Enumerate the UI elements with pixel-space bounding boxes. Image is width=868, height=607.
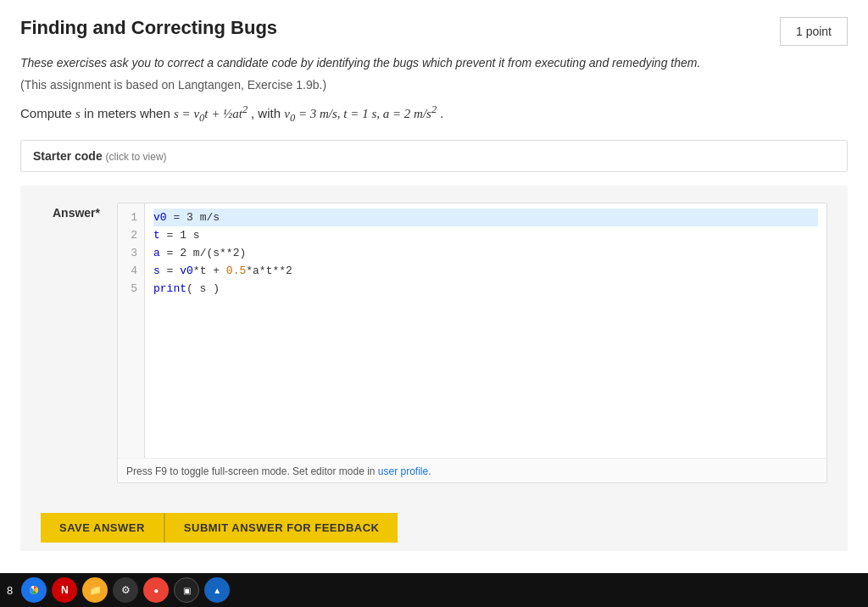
- button-row: SAVE ANSWER SUBMIT ANSWER FOR FEEDBACK: [20, 504, 848, 551]
- answer-inner: Answer* 1 2 3 4 5 v0 = 3 m/s: [41, 203, 827, 483]
- code-const: 0.5: [226, 265, 246, 277]
- code-eq-1: =: [167, 211, 186, 224]
- taskbar-icon-folder[interactable]: 📁: [82, 577, 108, 603]
- code-val-3: 3: [186, 211, 193, 224]
- editor-footer: Press F9 to toggle full-screen mode. Set…: [118, 458, 826, 482]
- code-val-2: 2: [180, 247, 186, 259]
- taskbar-icon-misc3[interactable]: ▣: [174, 577, 199, 603]
- formula-line: Compute s in meters when s = v0t + ½at2 …: [20, 103, 848, 125]
- save-button[interactable]: SAVE ANSWER: [41, 513, 164, 543]
- code-editor[interactable]: 1 2 3 4 5 v0 = 3 m/s t = 1 s a: [118, 203, 826, 458]
- answer-section: Answer* 1 2 3 4 5 v0 = 3 m/s: [20, 186, 848, 551]
- points-badge: 1 point: [780, 17, 848, 46]
- starter-code-label: Starter code: [33, 149, 103, 163]
- line-num-2: 2: [125, 226, 137, 244]
- code-line-4: s = v0*t + 0.5*a*t**2: [153, 262, 818, 280]
- code-v0-ref: v0: [180, 265, 193, 277]
- code-unit-ms: m/s: [193, 211, 220, 224]
- code-var-v0: v0: [153, 211, 167, 224]
- code-var-s: s: [153, 265, 160, 277]
- code-content[interactable]: v0 = 3 m/s t = 1 s a = 2 m/(s**2) s = v0…: [145, 203, 826, 458]
- formula-expression: s = v0t + ½at2: [174, 107, 251, 120]
- code-line-2: t = 1 s: [153, 226, 818, 244]
- title-row: Finding and Correcting Bugs 1 point: [20, 17, 848, 46]
- taskbar-icon-misc4[interactable]: ▲: [204, 577, 230, 603]
- line-num-5: 5: [125, 280, 137, 298]
- taskbar: 8 N 📁 ⚙ ● ▣ ▲: [0, 573, 868, 607]
- code-print-args: ( s ): [186, 282, 220, 295]
- submit-button[interactable]: SUBMIT ANSWER FOR FEEDBACK: [164, 513, 398, 543]
- taskbar-icon-misc1[interactable]: ⚙: [113, 577, 138, 603]
- main-content: Finding and Correcting Bugs 1 point Thes…: [0, 0, 868, 551]
- code-eq-2: =: [160, 229, 180, 242]
- taskbar-icon-netflix[interactable]: N: [52, 577, 77, 603]
- code-var-a: a: [153, 247, 160, 259]
- subtitle: These exercises ask you to correct a can…: [20, 56, 848, 70]
- taskbar-num: 8: [7, 584, 13, 597]
- code-unit-ms2: m/(s**2): [186, 247, 246, 259]
- code-line-1: v0 = 3 m/s: [153, 209, 818, 226]
- assignment-note: (This assignment is based on Langtangen,…: [20, 78, 848, 92]
- code-unit-s: s: [186, 229, 200, 242]
- code-var-t: t: [153, 229, 160, 242]
- taskbar-icon-misc2[interactable]: ●: [143, 577, 169, 603]
- code-eq-4: =: [160, 265, 180, 277]
- starter-code-box[interactable]: Starter code (click to view): [20, 140, 848, 172]
- formula-values: v0 = 3 m/s, t = 1 s, a = 2 m/s2: [284, 107, 440, 120]
- line-num-4: 4: [125, 262, 137, 280]
- starter-code-hint: (click to view): [106, 151, 167, 163]
- line-num-3: 3: [125, 244, 137, 262]
- editor-footer-text: Press F9 to toggle full-screen mode. Set…: [126, 465, 375, 477]
- page-title: Finding and Correcting Bugs: [20, 17, 277, 39]
- code-line-5: print( s ): [153, 280, 818, 298]
- user-profile-link[interactable]: user profile: [378, 465, 428, 477]
- code-val-1: 1: [180, 229, 186, 242]
- page-container: Finding and Correcting Bugs 1 point Thes…: [0, 0, 868, 607]
- code-mult-rest: *a*t**2: [246, 265, 292, 277]
- code-line-3: a = 2 m/(s**2): [153, 244, 818, 262]
- line-num-1: 1: [125, 209, 137, 226]
- line-numbers: 1 2 3 4 5: [118, 203, 145, 458]
- taskbar-icon-chrome[interactable]: [21, 577, 47, 603]
- answer-label: Answer*: [41, 203, 117, 483]
- code-eq-3: =: [160, 247, 180, 259]
- code-print: print: [153, 282, 186, 295]
- code-mult-t: *t +: [193, 265, 226, 277]
- code-editor-wrapper[interactable]: 1 2 3 4 5 v0 = 3 m/s t = 1 s a: [117, 203, 827, 483]
- formula-var-s: s: [75, 107, 81, 120]
